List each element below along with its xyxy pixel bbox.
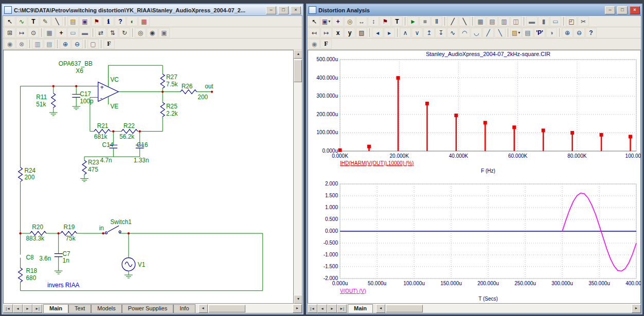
schematic-label[interactable]: R19: [64, 224, 75, 231]
tab-power-supplies[interactable]: Power Supplies: [122, 304, 173, 313]
schematic-label[interactable]: R21: [97, 122, 109, 129]
horizontal-scroll-thumb[interactable]: [386, 305, 423, 312]
schematic-label[interactable]: V1: [138, 261, 146, 268]
info-mode[interactable]: ℹ: [103, 16, 114, 26]
flip-x-button[interactable]: ⇄: [95, 28, 106, 38]
run-button[interactable]: ►: [407, 16, 419, 26]
color-palette-button[interactable]: ▦: [138, 16, 150, 26]
tokens-toggle[interactable]: ▤: [487, 16, 498, 26]
schematic-label[interactable]: 475: [88, 166, 98, 173]
local-peak-button[interactable]: ∧: [400, 28, 411, 38]
schematic-label[interactable]: 1n: [63, 257, 69, 264]
close-button[interactable]: ×: [291, 6, 301, 14]
animate-options-button[interactable]: ◉: [309, 39, 320, 49]
select-tool[interactable]: ↖: [309, 16, 320, 26]
prev-tab-button[interactable]: ◄: [13, 304, 23, 313]
function-key-button[interactable]: F: [320, 39, 332, 49]
copy-page-button[interactable]: ▤: [44, 39, 55, 49]
zoom-out-button[interactable]: ⊖: [71, 39, 83, 49]
graph-objects-dropdown[interactable]: ▣▾: [320, 16, 332, 26]
zoom-in-button[interactable]: ⊕: [60, 39, 71, 49]
copy-picture-button[interactable]: ▥: [32, 39, 43, 49]
vertical-axis-grid-toggle[interactable]: ▮: [538, 16, 549, 26]
line-mode[interactable]: ╲: [51, 16, 63, 26]
help-mode[interactable]: ?: [115, 16, 126, 26]
schematic-label[interactable]: R25: [166, 103, 177, 110]
numeric-output-button[interactable]: ▤: [522, 28, 533, 38]
schematic-label[interactable]: C7: [63, 250, 70, 257]
tab-main[interactable]: Main: [43, 304, 68, 313]
capacitor-C17[interactable]: [72, 94, 80, 97]
vertical-scrollbar[interactable]: ▲ ▼: [294, 50, 302, 304]
data-points-toggle[interactable]: ▦: [475, 16, 486, 26]
point-tag-mode[interactable]: ◎: [344, 16, 355, 26]
schematic-label[interactable]: +: [100, 84, 104, 91]
global-low-button[interactable]: ↧: [435, 28, 446, 38]
polyline-mode[interactable]: ╲: [459, 16, 470, 26]
schematic-label[interactable]: R27: [166, 73, 177, 81]
close-button[interactable]: ×: [630, 6, 640, 14]
pause-button[interactable]: ‖: [431, 16, 442, 26]
info-button[interactable]: ◉: [4, 39, 15, 49]
region-enable-mode[interactable]: ◐: [127, 16, 138, 26]
bottom-button[interactable]: ◡: [471, 28, 482, 38]
grid-toggle[interactable]: ▦: [44, 28, 55, 38]
scroll-left-button[interactable]: ◄: [199, 304, 208, 313]
schematic-window-titlebar[interactable]: C:\MC9\DATA\Petrov\switching distortion\…: [3, 5, 302, 15]
flag-mode[interactable]: ⚑: [91, 16, 102, 26]
last-tab-button[interactable]: ►|: [32, 304, 42, 313]
vertical-scroll-thumb[interactable]: [294, 60, 302, 82]
exit-button[interactable]: ⊗: [16, 39, 27, 49]
prev-tab-button[interactable]: ◄: [317, 304, 327, 313]
crosshair-toggle[interactable]: +: [56, 28, 67, 38]
schematic-label[interactable]: R20: [32, 224, 43, 231]
info-page-button[interactable]: ▣: [158, 28, 170, 38]
schematic-label[interactable]: 51k: [36, 101, 46, 108]
zoom-help-button[interactable]: ?: [585, 28, 597, 38]
select-tool[interactable]: ↖: [4, 16, 15, 26]
resistor-R21[interactable]: [94, 129, 111, 134]
local-valley-button[interactable]: ∨: [412, 28, 423, 38]
repeat-find-button[interactable]: ◉: [147, 28, 158, 38]
schematic-label[interactable]: R26: [182, 83, 193, 90]
schematic-label[interactable]: C14: [102, 141, 114, 148]
top-button[interactable]: ◠: [459, 28, 470, 38]
performance-windows-button[interactable]: 'P': [534, 28, 545, 38]
ground-symbol[interactable]: [80, 178, 88, 181]
attributes-button[interactable]: ⊞: [4, 28, 15, 38]
source-V1[interactable]: [122, 258, 135, 271]
note-mode[interactable]: ▤: [67, 16, 79, 26]
next-branch-left-button[interactable]: ↤: [309, 28, 320, 38]
performance-tag-mode[interactable]: ⚑: [380, 16, 391, 26]
scroll-right-button[interactable]: ►: [632, 304, 641, 313]
schematic-label[interactable]: 100p: [80, 98, 94, 105]
schematic-label[interactable]: 1.33n: [134, 157, 149, 164]
horizontal-scroll-thumb[interactable]: [208, 305, 245, 312]
global-high-button[interactable]: ↥: [423, 28, 435, 38]
first-tab-button[interactable]: |◄: [3, 304, 13, 313]
maximize-button[interactable]: □: [617, 6, 628, 14]
horizontal-scrollbar[interactable]: ◄ ►: [199, 304, 302, 313]
vertical-scroll-track[interactable]: [294, 59, 302, 295]
first-tab-button[interactable]: |◄: [308, 304, 317, 313]
cursor-left-button[interactable]: ◂: [372, 28, 383, 38]
scroll-left-button[interactable]: ◄: [376, 304, 385, 313]
macro-mode[interactable]: ▣: [79, 16, 91, 26]
schematic-label[interactable]: R18: [26, 267, 37, 274]
resistor-R27[interactable]: [160, 74, 165, 88]
graphics-mode[interactable]: ✎: [40, 16, 51, 26]
horizontal-scroll-track[interactable]: [208, 304, 293, 313]
watch-button[interactable]: ◑: [546, 28, 557, 38]
schematic-label[interactable]: OPA637_BB: [59, 60, 93, 67]
ground-symbol[interactable]: [124, 275, 133, 278]
resistor-R24[interactable]: [19, 168, 23, 182]
schematic-label[interactable]: -: [100, 95, 102, 102]
schematic-label[interactable]: 680: [26, 274, 36, 282]
last-tab-button[interactable]: ►|: [337, 304, 347, 313]
horizontal-scrollbar[interactable]: ◄ ►: [376, 304, 641, 313]
text-mode[interactable]: T: [28, 16, 39, 26]
pin-connections-toggle[interactable]: ⊙: [28, 28, 39, 38]
schematic-label[interactable]: R23: [88, 159, 99, 166]
schematic-label[interactable]: R11: [36, 94, 47, 101]
horizontal-tag-mode[interactable]: ↔: [356, 16, 367, 26]
